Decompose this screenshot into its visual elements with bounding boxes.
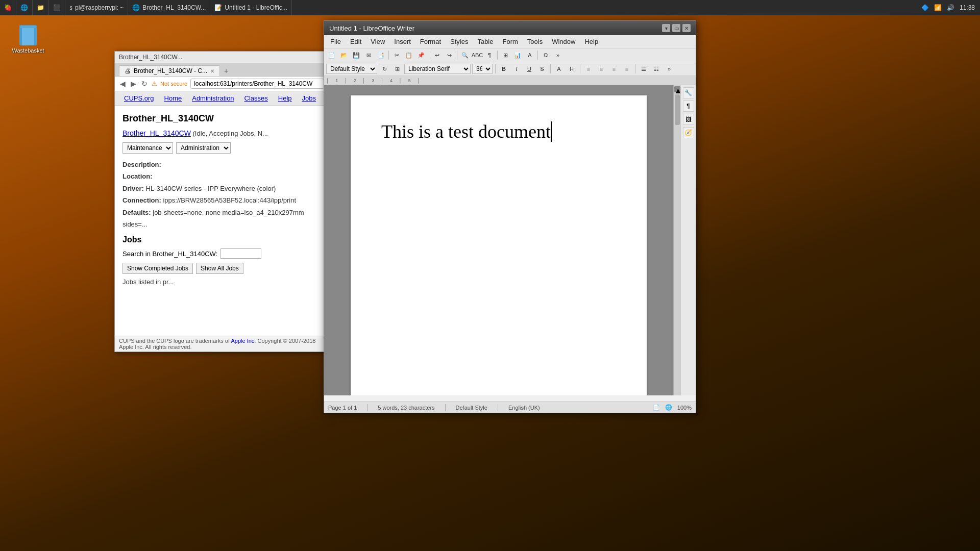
maintenance-dropdown[interactable]: Maintenance <box>122 142 173 154</box>
undo-btn[interactable]: ↩ <box>431 49 443 61</box>
style-new-btn[interactable]: ⊞ <box>391 63 403 74</box>
driver-label: Driver: <box>122 185 144 192</box>
apple-link[interactable]: Apple Inc. <box>231 338 256 344</box>
font-color-btn[interactable]: A <box>553 63 565 74</box>
open-btn[interactable]: 📂 <box>338 49 350 61</box>
find-btn[interactable]: 🔍 <box>459 49 471 61</box>
cups-nav-help[interactable]: Help <box>273 93 297 104</box>
para-marks-btn[interactable]: ¶ <box>484 49 495 61</box>
show-completed-jobs-button[interactable]: Show Completed Jobs <box>122 263 193 274</box>
close-button[interactable]: ✕ <box>682 24 691 32</box>
view-normal-btn[interactable]: 📄 <box>653 404 660 411</box>
writer-canvas[interactable]: This is a test document <box>324 85 673 395</box>
taskbar-browser-icon[interactable]: 🌐 <box>16 0 33 15</box>
email-btn[interactable]: ✉ <box>363 49 374 61</box>
chart-btn[interactable]: 📊 <box>512 49 523 61</box>
new-doc-btn[interactable]: 📄 <box>326 49 337 61</box>
menu-form[interactable]: Form <box>498 36 522 47</box>
administration-dropdown[interactable]: Administration <box>176 142 231 154</box>
minimize-button[interactable]: ▾ <box>662 24 670 32</box>
wifi-icon[interactable]: 📶 <box>934 4 942 11</box>
browser-task-icon: 🌐 <box>132 4 140 11</box>
bullet-list-btn[interactable]: ☰ <box>638 63 649 74</box>
italic-btn[interactable]: I <box>511 63 522 74</box>
sidebar-gallery-btn[interactable]: 🖼 <box>683 114 694 125</box>
search-input[interactable] <box>220 248 261 259</box>
font-size-dropdown[interactable]: 36 <box>472 64 493 74</box>
style-dropdown[interactable]: Default Style <box>326 64 377 74</box>
taskbar-terminal-icon[interactable]: ⬛ <box>49 0 65 15</box>
align-left-btn[interactable]: ≡ <box>583 63 594 74</box>
menu-window[interactable]: Window <box>548 36 579 47</box>
menu-tools[interactable]: Tools <box>523 36 547 47</box>
cups-navigation: CUPS.org Home Administration Classes Hel… <box>115 91 328 106</box>
refresh-button[interactable]: ↻ <box>140 80 149 88</box>
taskbar-terminal-window[interactable]: $ pi@raspberrypi: ~ <box>65 0 128 15</box>
table-btn[interactable]: ⊞ <box>500 49 511 61</box>
show-all-jobs-button[interactable]: Show All Jobs <box>196 263 243 274</box>
cups-nav-home[interactable]: Home <box>159 93 187 104</box>
pdf-btn[interactable]: 📑 <box>375 49 386 61</box>
writer-scrollbar[interactable]: ▲ <box>673 85 680 395</box>
wastebasket-icon[interactable]: Wastebasket <box>10 23 46 54</box>
redo-btn[interactable]: ↪ <box>444 49 455 61</box>
scroll-thumb[interactable] <box>675 94 680 125</box>
taskbar-browser-window[interactable]: 🌐 Brother_HL_3140CW... <box>128 0 210 15</box>
writer-statusbar: Page 1 of 1 5 words, 23 characters Defau… <box>324 402 696 413</box>
paste-btn[interactable]: 📌 <box>415 49 427 61</box>
taskbar-right: 🔷 📶 🔊 11:38 <box>921 4 980 11</box>
fontwork-btn[interactable]: A <box>524 49 535 61</box>
cups-nav-classes[interactable]: Classes <box>239 93 273 104</box>
view-web-btn[interactable]: 🌐 <box>665 404 672 411</box>
sound-icon[interactable]: 🔊 <box>947 4 954 11</box>
cups-nav-admin[interactable]: Administration <box>187 93 239 104</box>
sidebar-properties-btn[interactable]: 🔧 <box>683 87 694 98</box>
menu-edit[interactable]: Edit <box>346 36 365 47</box>
strikethrough-btn[interactable]: S <box>536 63 548 74</box>
spell-btn[interactable]: ABC <box>472 49 483 61</box>
scroll-up-btn[interactable]: ▲ <box>674 86 680 92</box>
align-center-btn[interactable]: ≡ <box>596 63 607 74</box>
highlight-btn[interactable]: H <box>566 63 577 74</box>
forward-button[interactable]: ▶ <box>130 80 137 88</box>
cups-nav-cups[interactable]: CUPS.org <box>119 93 159 104</box>
taskbar-writer-window[interactable]: 📝 Untitled 1 - LibreOffic... <box>210 0 292 15</box>
menu-table[interactable]: Table <box>473 36 497 47</box>
save-btn[interactable]: 💾 <box>351 49 362 61</box>
back-button[interactable]: ◀ <box>119 80 127 88</box>
writer-task-icon: 📝 <box>214 4 222 11</box>
menu-help[interactable]: Help <box>580 36 602 47</box>
font-dropdown[interactable]: Liberation Serif <box>404 64 471 74</box>
tab-close-btn[interactable]: ✕ <box>210 68 214 74</box>
bold-btn[interactable]: B <box>498 63 509 74</box>
justify-btn[interactable]: ≡ <box>621 63 632 74</box>
more-format-btn[interactable]: » <box>664 63 675 74</box>
menu-view[interactable]: View <box>366 36 389 47</box>
copy-btn[interactable]: 📋 <box>403 49 414 61</box>
new-tab-button[interactable]: + <box>221 66 231 76</box>
taskbar-raspberry[interactable]: 🍓 <box>0 0 16 15</box>
browser-tab-active[interactable]: 🖨 Brother_HL_3140CW - C... ✕ <box>119 65 220 76</box>
document-text[interactable]: This is a test document <box>381 121 616 142</box>
writer-task-label: Untitled 1 - LibreOffic... <box>225 4 287 11</box>
sidebar-styles-btn[interactable]: ¶ <box>683 101 694 112</box>
underline-btn[interactable]: U <box>524 63 535 74</box>
style-update-btn[interactable]: ↻ <box>379 63 390 74</box>
printer-name-link[interactable]: Brother_HL_3140CW <box>122 129 191 137</box>
taskbar-files[interactable]: 📁 <box>33 0 49 15</box>
address-input[interactable] <box>190 79 324 89</box>
special-char-btn[interactable]: Ω <box>540 49 551 61</box>
align-right-btn[interactable]: ≡ <box>608 63 620 74</box>
cut-btn[interactable]: ✂ <box>391 49 402 61</box>
menu-format[interactable]: Format <box>416 36 445 47</box>
status-sep3 <box>498 404 498 411</box>
bluetooth-icon[interactable]: 🔷 <box>921 4 929 11</box>
menu-insert[interactable]: Insert <box>390 36 415 47</box>
menu-file[interactable]: File <box>326 36 345 47</box>
sidebar-navigator-btn[interactable]: 🧭 <box>683 127 694 138</box>
maximize-button[interactable]: ▭ <box>672 24 680 32</box>
num-list-btn[interactable]: ☷ <box>651 63 662 74</box>
more-btn[interactable]: » <box>552 49 564 61</box>
cups-nav-jobs[interactable]: Jobs <box>297 93 321 104</box>
menu-styles[interactable]: Styles <box>446 36 472 47</box>
